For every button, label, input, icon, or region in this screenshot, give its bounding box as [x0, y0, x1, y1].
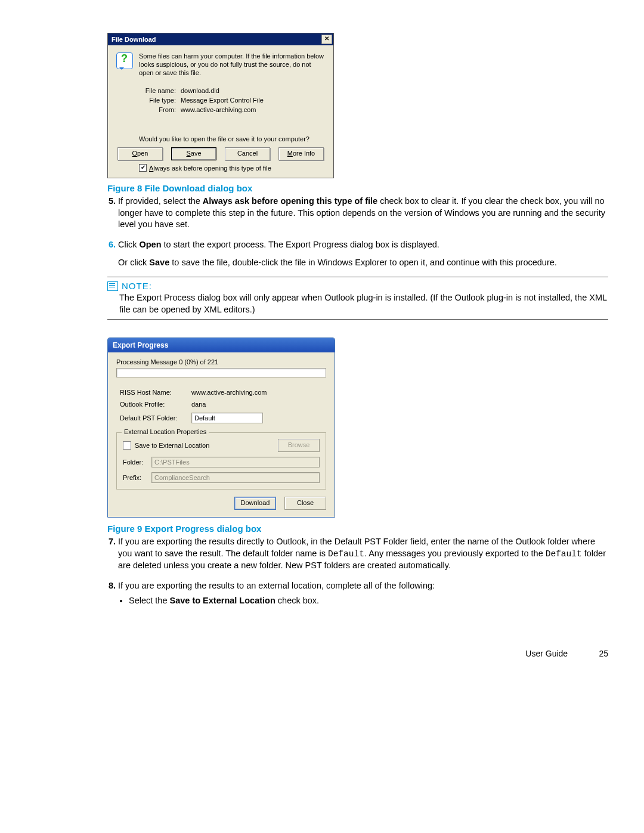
file-info-block: File name: download.dld File type: Messa… [139, 85, 325, 115]
figure-9-caption: Figure 9 Export Progress dialog box [107, 524, 608, 534]
dialog-warning-text: Some files can harm your computer. If th… [139, 52, 325, 77]
outlook-profile-label: Outlook Profile: [117, 399, 188, 410]
from-label: From: [140, 106, 179, 114]
from-value: www.active-archiving.com [181, 106, 267, 114]
browse-button[interactable]: Browse [278, 439, 320, 452]
filename-label: File name: [140, 86, 179, 95]
figure-8-caption: Figure 8 File Download dialog box [107, 183, 608, 193]
default-pst-label: Default PST Folder: [117, 411, 188, 425]
prefix-label: Prefix: [123, 474, 148, 481]
download-button[interactable]: Download [234, 497, 276, 510]
external-location-legend: External Location Properties [122, 428, 209, 435]
step-8-bullet-1: Select the Save to External Location che… [129, 595, 608, 607]
more-info-button[interactable]: More Info [278, 147, 324, 160]
filetype-value: Message Export Control File [181, 96, 267, 104]
open-button[interactable]: Open [117, 147, 163, 160]
riss-host-value: www.active-archiving.com [189, 387, 270, 398]
note-icon [107, 281, 118, 291]
filename-value: download.dld [181, 86, 267, 95]
dialog-titlebar[interactable]: File Download ✕ [108, 33, 333, 45]
prefix-input[interactable]: ComplianceSearch [151, 472, 320, 483]
folder-input[interactable]: C:\PSTFiles [151, 457, 320, 467]
save-external-checkbox[interactable] [123, 441, 131, 450]
progress-bar [116, 368, 326, 377]
progress-text: Processing Message 0 (0%) of 221 [116, 358, 326, 366]
outlook-profile-value: dana [189, 399, 270, 410]
page-footer: User Guide 25 [107, 649, 608, 658]
folder-label: Folder: [123, 459, 148, 466]
dialog-title: File Download [112, 36, 156, 43]
note-body: The Export Process dialog box will only … [119, 292, 608, 315]
save-external-label: Save to External Location [135, 442, 274, 449]
close-icon[interactable]: ✕ [321, 35, 332, 44]
step-5: If provided, select the Always ask befor… [118, 196, 608, 231]
close-button[interactable]: Close [284, 497, 326, 510]
dialog-titlebar[interactable]: Export Progress [108, 338, 335, 352]
external-location-group: External Location Properties Save to Ext… [116, 432, 326, 490]
page-number: 25 [584, 649, 608, 658]
always-ask-label: Always ask before opening this type of f… [149, 165, 271, 172]
file-download-dialog: File Download ✕ Some files can harm your… [107, 33, 334, 178]
save-button[interactable]: Save [171, 147, 216, 160]
riss-host-label: RISS Host Name: [117, 387, 188, 398]
export-progress-dialog: Export Progress Processing Message 0 (0%… [107, 337, 335, 518]
footer-label: User Guide [525, 649, 568, 658]
note-block: NOTE: The Export Process dialog box will… [107, 277, 608, 320]
dialog-question: Would you like to open the file or save … [139, 135, 325, 143]
filetype-label: File type: [140, 96, 179, 104]
step-7: If you are exporting the results directl… [118, 536, 608, 572]
step-8: If you are exporting the results to an e… [118, 580, 608, 607]
default-pst-input[interactable]: Default [191, 413, 263, 423]
cancel-button[interactable]: Cancel [225, 147, 270, 160]
note-heading: NOTE: [122, 281, 152, 291]
step-6: Click Open to start the export process. … [118, 239, 608, 268]
always-ask-checkbox[interactable]: ✔ [139, 164, 147, 172]
question-icon [116, 52, 133, 69]
